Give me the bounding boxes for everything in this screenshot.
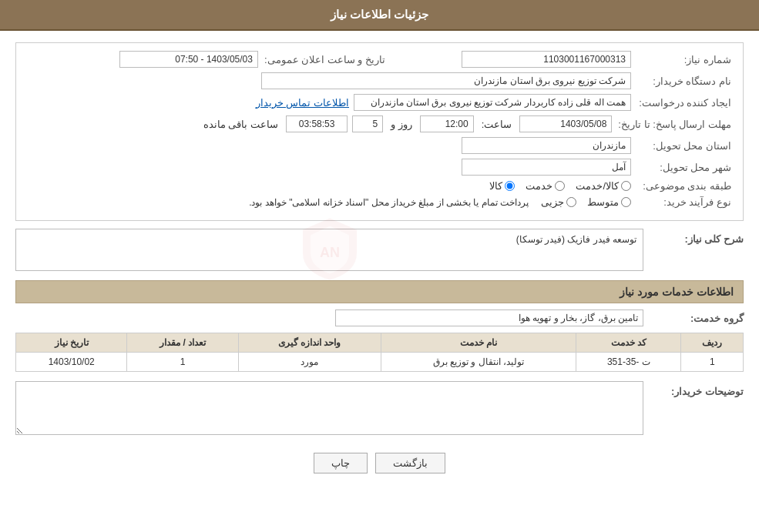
announcement-value: 1403/05/03 - 07:50 [119,51,258,68]
content-area: شماره نیاز: 1103001167000313 تاریخ و ساع… [0,31,759,485]
svg-text:AN: AN [320,244,340,259]
radio-jozi: جزیی [541,196,576,208]
table-cell: 1403/10/02 [16,353,127,372]
col-service-code: کد خدمت [576,333,681,353]
radio-jozi-label: جزیی [541,196,564,208]
reply-time-value: 12:00 [420,115,474,132]
services-table-head: ردیف کد خدمت نام خدمت واحد اندازه گیری ت… [16,333,744,353]
buyer-name-value: شرکت توزیع نیروی برق استان مازندران [261,72,631,89]
radio-jozi-input[interactable] [566,197,576,207]
description-value-container: توسعه فیدر فازیک (فیدر توسکا) AN [15,229,643,271]
radio-khadamat: خدمت [526,180,565,192]
radio-kala-label: کالا [489,180,502,192]
form-value-buyer: شرکت توزیع نیروی برق استان مازندران [28,72,631,89]
buyer-name-label: نام دستگاه خریدار: [631,75,731,87]
table-cell: 1 [127,353,238,372]
buyer-notes-label: توضیحات خریدار: [643,381,744,397]
contact-link[interactable]: اطلاعات تماس خریدار [256,97,349,109]
row-category: طبقه بندی موضوعی: کالا/خدمت خدمت [28,180,731,192]
form-value-category: کالا/خدمت خدمت کالا [28,180,631,192]
row-service-group: گروه خدمت: تامین برق، گاز، بخار و تهویه … [15,309,744,326]
countdown-label: ساعت باقی مانده [203,119,278,130]
description-section: شرح کلی نیاز: توسعه فیدر فازیک (فیدر توس… [15,229,744,271]
table-cell: تولید، انتقال و توزیع برق [381,353,576,372]
creator-value: همت اله قلی زاده کاربردار شرکت توزیع نیر… [354,94,631,111]
page-header: جزئیات اطلاعات نیاز [0,0,759,31]
service-group-label: گروه خدمت: [643,313,744,324]
row-process: نوع فرآیند خرید: متوسط جزیی پرداخت تمام … [28,196,731,208]
col-row-num: ردیف [681,333,744,353]
category-label: طبقه بندی موضوعی: [631,180,731,192]
city-value: آمل [462,159,631,176]
services-section-header: اطلاعات خدمات مورد نیاز [15,280,744,303]
radio-kala-khadamat: کالا/خدمت [576,180,631,192]
main-info-section: شماره نیاز: 1103001167000313 تاریخ و ساع… [15,42,744,221]
city-label: شهر محل تحویل: [631,162,731,173]
page-title: جزئیات اطلاعات نیاز [331,8,428,21]
radio-mutavasset-label: متوسط [587,196,619,208]
row-province: استان محل تحویل: مازندران [28,137,731,154]
watermark: AN [295,214,364,286]
province-label: استان محل تحویل: [631,140,731,152]
reply-days-value: 5 [352,115,383,132]
watermark-svg: AN [295,214,364,283]
form-value-process: متوسط جزیی پرداخت تمام یا بخشی از مبلغ خ… [28,196,631,208]
table-cell: مورد [238,353,381,372]
col-unit: واحد اندازه گیری [238,333,381,353]
row-need-number: شماره نیاز: 1103001167000313 تاریخ و ساع… [28,51,731,68]
row-creator: ایجاد کننده درخواست: همت اله قلی زاده کا… [28,94,731,111]
table-cell: 1 [681,353,744,372]
announcement-label: تاریخ و ساعت اعلان عمومی: [258,54,385,65]
form-value-city: آمل [28,159,631,176]
service-group-value: تامین برق، گاز، بخار و تهویه هوا [335,309,643,326]
process-radio-group: متوسط جزیی [541,196,631,208]
radio-kala: کالا [489,180,515,192]
row-buyer-name: نام دستگاه خریدار: شرکت توزیع نیروی برق … [28,72,731,89]
form-value-creator: همت اله قلی زاده کاربردار شرکت توزیع نیر… [28,94,631,111]
form-value-province: مازندران [28,137,631,154]
radio-kala-khadamat-label: کالا/خدمت [576,180,619,192]
province-value: مازندران [462,137,631,154]
print-button[interactable]: چاپ [314,453,368,473]
radio-mutavasset: متوسط [587,196,631,208]
process-label: نوع فرآیند خرید: [631,196,731,208]
need-number-label: شماره نیاز: [631,54,731,65]
form-value-reply: 1403/05/08 ساعت: 12:00 روز و 5 03:58:53 … [28,115,612,132]
services-table-header-row: ردیف کد خدمت نام خدمت واحد اندازه گیری ت… [16,333,744,353]
table-row: 1ت -35-351تولید، انتقال و توزیع برقمورد1… [16,353,744,372]
services-table: ردیف کد خدمت نام خدمت واحد اندازه گیری ت… [15,333,744,372]
row-reply-deadline: مهلت ارسال پاسخ: تا تاریخ: 1403/05/08 سا… [28,115,731,132]
buyer-notes-textarea[interactable] [15,381,643,435]
table-cell: ت -35-351 [576,353,681,372]
button-group: بازگشت چاپ [15,453,744,473]
col-date: تاریخ نیاز [16,333,127,353]
description-text: توسعه فیدر فازیک (فیدر توسکا) [516,234,636,245]
services-section-title: اطلاعات خدمات مورد نیاز [620,286,734,298]
creator-label: ایجاد کننده درخواست: [631,97,731,109]
form-value-announcement: 1403/05/03 - 07:50 [28,51,258,68]
form-value-need: 1103001167000313 [401,51,631,68]
description-box: توسعه فیدر فازیک (فیدر توسکا) AN [15,229,643,271]
buyer-notes-section: توضیحات خریدار: [15,381,744,437]
reply-date-value: 1403/05/08 [519,115,612,132]
services-table-body: 1ت -35-351تولید، انتقال و توزیع برقمورد1… [16,353,744,372]
category-radio-group: کالا/خدمت خدمت کالا [489,180,631,192]
radio-mutavasset-input[interactable] [621,197,631,207]
radio-khadamat-label: خدمت [526,180,552,192]
radio-khadamat-input[interactable] [555,181,565,191]
page-wrapper: جزئیات اطلاعات نیاز شماره نیاز: 11030011… [0,0,759,532]
need-number-value: 1103001167000313 [462,51,631,68]
buyer-notes-container [15,381,643,437]
radio-kala-input[interactable] [505,181,515,191]
reply-deadline-label: مهلت ارسال پاسخ: تا تاریخ: [612,119,731,130]
col-quantity: تعداد / مقدار [127,333,238,353]
col-service-name: نام خدمت [381,333,576,353]
row-city: شهر محل تحویل: آمل [28,159,731,176]
reply-time-label: ساعت: [482,119,512,130]
back-button[interactable]: بازگشت [375,453,445,473]
radio-kala-khadamat-input[interactable] [621,181,631,191]
form-value-service-group: تامین برق، گاز، بخار و تهویه هوا [15,309,643,326]
process-note: پرداخت تمام یا بخشی از مبلغ خریداز محل "… [249,197,529,208]
countdown-value: 03:58:53 [286,115,348,132]
reply-days-label: روز و [391,119,412,130]
